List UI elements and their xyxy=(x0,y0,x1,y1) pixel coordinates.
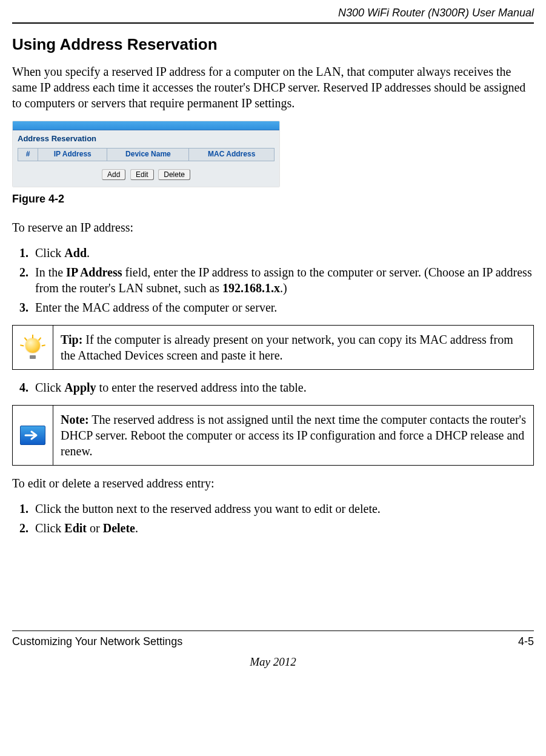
note-callout: Note: The reserved address is not assign… xyxy=(12,405,534,466)
edit-step-2-c: or xyxy=(87,521,103,535)
note-icon-cell xyxy=(13,406,53,465)
step-1-add-label: Add xyxy=(64,246,87,259)
edit-step-2-e: . xyxy=(135,521,138,535)
edit-step-1: Click the button next to the reserved ad… xyxy=(32,501,534,517)
figure-caption: Figure 4-2 xyxy=(12,192,534,206)
reserve-intro: To reserve an IP address: xyxy=(12,219,534,235)
figure-panel-title: Address Reservation xyxy=(18,134,275,144)
table-header-row: # IP Address Device Name MAC Address xyxy=(18,149,275,161)
lightbulb-icon xyxy=(21,336,44,359)
footer-date: May 2012 xyxy=(12,655,534,670)
edit-delete-steps-list: Click the button next to the reserved ad… xyxy=(12,501,534,536)
step-2-ip-field-label: IP Address xyxy=(66,266,122,279)
reserve-steps-list-cont: Click Apply to enter the reserved addres… xyxy=(12,380,534,395)
tip-text-cell: Tip: If the computer is already present … xyxy=(53,326,533,369)
step-1: Click Add. xyxy=(32,245,534,261)
step-1-text-a: Click xyxy=(35,246,64,259)
col-hash: # xyxy=(18,149,38,161)
figure-title-bar xyxy=(13,121,279,130)
section-heading: Using Address Reservation xyxy=(12,35,534,55)
reserve-steps-list: Click Add. In the IP Address field, ente… xyxy=(12,245,534,315)
figure-table: # IP Address Device Name MAC Address xyxy=(18,148,275,161)
step-4-text-c: to enter the reserved address into the t… xyxy=(96,381,307,394)
step-4-text-a: Click xyxy=(35,381,64,394)
step-1-text-c: . xyxy=(87,246,90,259)
footer-rule xyxy=(12,631,534,631)
delete-button[interactable]: Delete xyxy=(158,169,190,180)
step-2: In the IP Address field, enter the IP ad… xyxy=(32,264,534,296)
step-2-text-e: .) xyxy=(280,281,287,295)
edit-step-2-delete-label: Delete xyxy=(103,521,135,535)
tip-icon-cell xyxy=(13,326,53,369)
footer-page-number: 4-5 xyxy=(518,635,534,649)
note-text: The reserved address is not assigned unt… xyxy=(61,413,526,458)
step-4-apply-label: Apply xyxy=(64,381,96,394)
note-text-cell: Note: The reserved address is not assign… xyxy=(53,406,533,465)
step-4: Click Apply to enter the reserved addres… xyxy=(32,380,534,395)
intro-paragraph: When you specify a reserved IP address f… xyxy=(12,64,534,111)
figure-panel: Address Reservation # IP Address Device … xyxy=(13,130,279,186)
header-rule xyxy=(12,22,534,24)
step-3: Enter the MAC address of the computer or… xyxy=(32,299,534,315)
edit-button[interactable]: Edit xyxy=(130,169,154,180)
arrow-icon xyxy=(20,426,45,445)
col-mac-address: MAC Address xyxy=(189,149,275,161)
add-button[interactable]: Add xyxy=(102,169,125,180)
note-label: Note: xyxy=(61,413,89,426)
col-device-name: Device Name xyxy=(107,149,189,161)
footer-row: Customizing Your Network Settings 4-5 xyxy=(12,635,534,649)
figure-address-reservation: Address Reservation # IP Address Device … xyxy=(12,121,280,187)
footer-left: Customizing Your Network Settings xyxy=(12,635,182,649)
step-2-subnet-example: 192.168.1.x xyxy=(222,281,280,295)
tip-callout: Tip: If the computer is already present … xyxy=(12,325,534,370)
edit-step-2-edit-label: Edit xyxy=(64,521,87,535)
col-ip-address: IP Address xyxy=(38,149,107,161)
tip-text: If the computer is already present on yo… xyxy=(61,333,513,362)
figure-button-row: Add Edit Delete xyxy=(18,165,275,181)
edit-step-2-a: Click xyxy=(35,521,64,535)
tip-label: Tip: xyxy=(61,333,82,346)
edit-step-2: Click Edit or Delete. xyxy=(32,520,534,536)
step-2-text-a: In the xyxy=(35,266,66,279)
page-header-title: N300 WiFi Router (N300R) User Manual xyxy=(12,0,534,22)
edit-delete-intro: To edit or delete a reserved address ent… xyxy=(12,475,534,491)
